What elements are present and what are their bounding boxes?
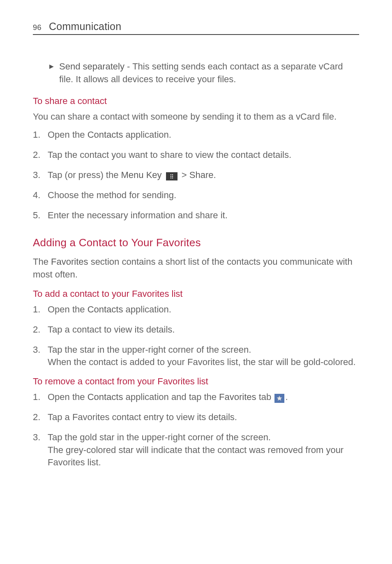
share-intro: You can share a contact with someone by … bbox=[33, 111, 359, 123]
text: Tap the star in the upper-right corner o… bbox=[48, 344, 251, 355]
heading-adding-favorites: Adding a Contact to Your Favorites bbox=[33, 236, 359, 249]
list-item: Enter the necessary information and shar… bbox=[33, 209, 359, 222]
text: Open the bbox=[48, 129, 88, 140]
subheading-add-favorite: To add a contact to your Favorites list bbox=[33, 289, 359, 299]
app-name: Contacts bbox=[88, 129, 123, 140]
text: . bbox=[285, 392, 288, 402]
tab-name: Favorites bbox=[219, 392, 256, 402]
app-name: Contacts bbox=[88, 304, 123, 314]
list-item: Tap the star in the upper-right corner o… bbox=[33, 344, 359, 369]
svg-point-0 bbox=[171, 174, 171, 175]
bullet-label: Send separately bbox=[59, 61, 125, 72]
list-item: Choose the method for sending. bbox=[33, 189, 359, 202]
favorites-tab-icon bbox=[274, 394, 284, 403]
text: > bbox=[179, 170, 189, 180]
text: Open the bbox=[48, 392, 88, 402]
bullet-send-separately: ▶ Send separately - This setting sends e… bbox=[49, 60, 359, 86]
svg-point-4 bbox=[171, 178, 171, 178]
text: When the contact is added to your Favori… bbox=[48, 357, 356, 367]
text: Tap (or press) the bbox=[48, 170, 121, 180]
page-number: 96 bbox=[33, 23, 42, 32]
add-favorite-steps: Open the Contacts application. Tap a con… bbox=[33, 303, 359, 369]
favorites-intro: The Favorites section contains a short l… bbox=[33, 256, 359, 281]
text: Open the bbox=[48, 304, 88, 314]
triangle-bullet-icon: ▶ bbox=[49, 60, 59, 86]
list-item: Open the Contacts application and tap th… bbox=[33, 391, 359, 404]
text: Tap the gold star in the upper-right cor… bbox=[48, 432, 271, 442]
text: The grey-colored star will indicate that… bbox=[48, 445, 344, 468]
list-item: Tap the gold star in the upper-right cor… bbox=[33, 431, 359, 469]
page-root: 96 Communication ▶ Send separately - Thi… bbox=[0, 0, 392, 469]
list-item: Open the Contacts application. bbox=[33, 129, 359, 141]
page-header: 96 Communication bbox=[33, 21, 359, 35]
svg-point-3 bbox=[172, 176, 173, 177]
list-item: Tap a Favorites contact entry to view it… bbox=[33, 411, 359, 424]
text: The bbox=[33, 257, 51, 267]
app-name: Contacts bbox=[88, 392, 123, 402]
list-item: Open the Contacts application. bbox=[33, 303, 359, 316]
text: application. bbox=[123, 129, 171, 140]
remove-favorite-steps: Open the Contacts application and tap th… bbox=[33, 391, 359, 469]
key-name: Menu Key bbox=[121, 170, 162, 180]
svg-point-5 bbox=[172, 178, 173, 178]
text: application and tap the bbox=[123, 392, 219, 402]
text: application. bbox=[123, 304, 171, 314]
text: tab bbox=[256, 392, 274, 402]
text: . bbox=[214, 170, 216, 180]
section-name: Favorites bbox=[51, 257, 88, 267]
svg-point-2 bbox=[171, 176, 171, 177]
subheading-remove-favorite: To remove a contact from your Favorites … bbox=[33, 376, 359, 387]
svg-point-1 bbox=[172, 174, 173, 175]
subheading-share-contact: To share a contact bbox=[33, 96, 359, 106]
menu-option: Share bbox=[189, 170, 214, 180]
share-steps: Open the Contacts application. Tap the c… bbox=[33, 129, 359, 222]
list-item: Tap the contact you want to share to vie… bbox=[33, 149, 359, 162]
section-title: Communication bbox=[49, 21, 121, 32]
bullet-text: Send separately - This setting sends eac… bbox=[59, 60, 359, 86]
list-item: Tap (or press) the Menu Key > Share. bbox=[33, 169, 359, 182]
menu-key-icon bbox=[166, 172, 178, 180]
list-item: Tap a contact to view its details. bbox=[33, 324, 359, 336]
